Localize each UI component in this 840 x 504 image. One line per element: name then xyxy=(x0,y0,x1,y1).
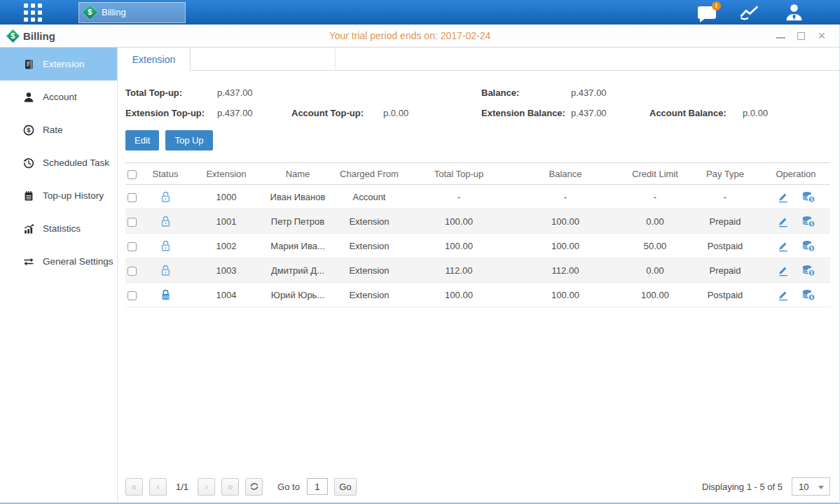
top-up-row-button[interactable]: $ xyxy=(801,265,815,276)
first-page-button[interactable]: « xyxy=(125,478,143,496)
pay-type-cell: - xyxy=(689,192,762,202)
table-row[interactable]: 1001Петр ПетровExtension100.00100.000.00… xyxy=(125,209,830,234)
extension-icon xyxy=(23,59,34,70)
resource-chart-icon[interactable] xyxy=(740,4,761,21)
select-all-checkbox[interactable] xyxy=(128,170,137,179)
row-checkbox[interactable] xyxy=(128,267,137,276)
top-up-row-button[interactable]: $ xyxy=(801,216,815,227)
pay-type-cell: Postpaid xyxy=(689,290,762,300)
lock-open-icon xyxy=(160,216,172,227)
edit-row-button[interactable] xyxy=(777,216,789,227)
tab-extension[interactable]: Extension xyxy=(118,48,191,71)
sidebar-item-general-settings[interactable]: General Settings xyxy=(0,245,117,278)
sidebar-item-scheduled-task[interactable]: Scheduled Task xyxy=(0,146,117,179)
taskbar-billing-tab[interactable]: $ Billing xyxy=(78,2,186,23)
edit-row-button[interactable] xyxy=(777,289,789,301)
extension-cell: 1000 xyxy=(187,192,266,202)
maximize-icon[interactable] xyxy=(797,32,805,40)
window-controls: × xyxy=(776,31,839,41)
minimize-icon[interactable] xyxy=(776,33,785,38)
app-launcher-icon[interactable] xyxy=(24,4,42,22)
credit-limit-cell: 0.00 xyxy=(621,265,689,276)
edit-row-button[interactable] xyxy=(777,240,789,252)
window-title-group: $ Billing xyxy=(8,30,55,42)
row-checkbox[interactable] xyxy=(128,193,137,202)
header-extension: Extension xyxy=(187,169,266,179)
table-row[interactable]: 1002Мария Ива...Extension100.00100.0050.… xyxy=(125,234,830,258)
balance-cell: 100.00 xyxy=(509,290,621,300)
top-up-row-button[interactable]: $ xyxy=(801,289,815,301)
last-page-button[interactable]: » xyxy=(221,478,239,496)
sidebar-label-general-settings: General Settings xyxy=(43,256,113,267)
user-icon[interactable] xyxy=(785,4,804,21)
top-up-row-button[interactable]: $ xyxy=(801,240,815,252)
top-up-icon: $ xyxy=(801,240,815,252)
action-buttons: Edit Top Up xyxy=(125,130,830,150)
prev-page-button[interactable]: ‹ xyxy=(149,478,167,496)
balance-label: Balance: xyxy=(481,88,571,98)
go-button[interactable]: Go xyxy=(334,478,357,496)
sidebar-item-statistics[interactable]: Statistics xyxy=(0,212,117,245)
name-cell: Юрий Юрь... xyxy=(266,290,330,300)
credit-limit-cell: 100.00 xyxy=(621,290,689,300)
balance-cell: 100.00 xyxy=(509,241,621,251)
extension-cell: 1002 xyxy=(187,241,266,251)
row-checkbox[interactable] xyxy=(128,291,137,300)
sidebar-label-extension: Extension xyxy=(43,59,84,69)
sidebar-item-extension[interactable]: Extension xyxy=(0,48,117,80)
edit-row-button[interactable] xyxy=(777,265,789,276)
edit-button[interactable]: Edit xyxy=(125,130,159,150)
top-up-row-button[interactable]: $ xyxy=(801,191,815,203)
table-row[interactable]: 1000Иван ИвановAccount----$ xyxy=(125,185,830,209)
charged-from-cell: Extension xyxy=(330,265,408,276)
edit-icon xyxy=(777,191,789,203)
lock-open-icon xyxy=(160,191,172,203)
sidebar-label-scheduled-task: Scheduled Task xyxy=(43,158,109,168)
pagination-bar: « ‹ 1/1 › » Go to Go Displaying xyxy=(125,477,830,496)
close-icon[interactable]: × xyxy=(817,31,827,41)
edit-icon xyxy=(777,216,789,227)
sidebar-label-statistics: Statistics xyxy=(43,223,81,234)
sidebar-item-account[interactable]: Account xyxy=(0,80,117,113)
next-page-button[interactable]: › xyxy=(198,478,215,496)
edit-row-button[interactable] xyxy=(777,191,789,203)
messages-icon[interactable]: ! xyxy=(698,6,716,19)
account-icon xyxy=(23,92,34,103)
lock-closed-icon xyxy=(160,289,172,301)
sidebar-item-topup-history[interactable]: Top-up History xyxy=(0,179,117,212)
header-credit-limit: Credit Limit xyxy=(621,169,689,179)
pay-type-cell: Prepaid xyxy=(689,265,762,276)
tab-bar: Extension xyxy=(118,48,839,71)
edit-icon xyxy=(777,265,789,276)
header-checkbox-cell xyxy=(125,168,144,178)
scheduled-task-icon xyxy=(23,158,34,169)
table-row[interactable]: 1003Дмитрий Д...Extension112.00112.000.0… xyxy=(125,258,830,283)
row-checkbox-cell xyxy=(125,265,144,275)
svg-text:$: $ xyxy=(810,295,813,300)
sidebar-item-rate[interactable]: $ Rate xyxy=(0,113,117,146)
total-topup-cell: 100.00 xyxy=(408,290,509,300)
trial-notice: Your trial period ends on: 2017-02-24 xyxy=(329,30,491,41)
operation-cell: $ xyxy=(762,240,830,252)
displaying-text: Displaying 1 - 5 of 5 xyxy=(702,482,783,492)
pay-type-cell: Prepaid xyxy=(689,216,762,227)
extension-balance-value: p.437.00 xyxy=(571,108,649,118)
name-cell: Петр Петров xyxy=(266,216,330,227)
goto-label: Go to xyxy=(277,482,300,492)
operation-cell: $ xyxy=(762,265,830,276)
refresh-button[interactable] xyxy=(245,478,263,496)
row-checkbox[interactable] xyxy=(128,242,137,251)
row-checkbox[interactable] xyxy=(128,218,137,227)
billing-window-icon: $ xyxy=(6,29,19,42)
header-pay-type: Pay Type xyxy=(689,169,762,179)
top-up-button[interactable]: Top Up xyxy=(165,130,212,150)
page-size-select[interactable]: 10 xyxy=(792,477,830,496)
extension-cell: 1003 xyxy=(187,265,266,276)
table-row[interactable]: 1004Юрий Юрь...Extension100.00100.00100.… xyxy=(125,283,830,307)
goto-page-input[interactable] xyxy=(307,478,328,495)
balance-cell: 112.00 xyxy=(509,265,621,276)
header-status: Status xyxy=(144,169,187,179)
extension-table: Status Extension Name Charged From Total… xyxy=(125,162,830,307)
row-checkbox-cell xyxy=(125,289,144,300)
name-cell: Мария Ива... xyxy=(266,241,330,251)
